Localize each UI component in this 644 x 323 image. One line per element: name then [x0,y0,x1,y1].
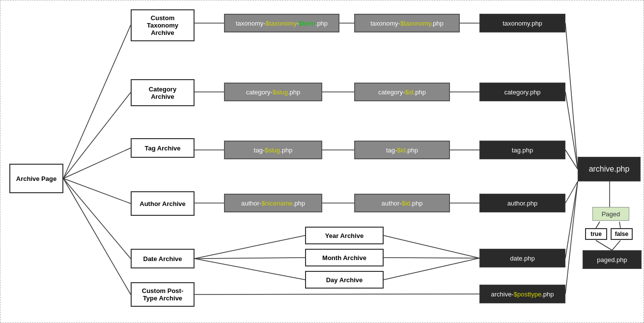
tax-slug-node: taxonomy-$taxonomy.php [354,14,460,32]
day-archive-label: Day Archive [326,276,363,284]
custom-taxonomy-label: CustomTaxonomyArchive [147,14,178,36]
svg-line-23 [195,258,305,259]
custom-taxonomy-node: CustomTaxonomyArchive [131,9,195,41]
paged-false-label: false [615,231,628,237]
tag-id-label: tag-$id.php [386,147,418,154]
paged-php-node: paged.php [583,250,642,269]
author-nicename-node: author-$nicename.php [224,194,322,212]
svg-line-13 [565,92,578,169]
custom-posttype-node: Custom Post-Type Archive [131,282,195,307]
svg-line-27 [384,258,479,280]
taxonomy-php-node: taxonomy.php [479,14,565,32]
svg-line-24 [195,259,305,280]
author-nicename-label: author-$nicename.php [241,200,305,207]
archive-page-node: Archive Page [9,164,63,193]
archive-php-label: archive.php [589,165,630,174]
tax-slug-term-node: taxonomy-$taxonomy-$term.php [224,14,339,32]
svg-line-17 [565,150,578,169]
svg-line-2 [63,148,131,178]
tag-archive-label: Tag Archive [145,145,181,152]
svg-line-32 [596,222,600,228]
year-archive-label: Year Archive [325,232,364,239]
cat-id-node: category-$id.php [354,83,450,101]
paged-label: Paged [602,210,620,218]
svg-line-3 [63,178,131,204]
svg-line-1 [63,92,131,178]
tag-id-node: tag-$id.php [354,141,450,159]
svg-line-0 [63,25,131,178]
paged-true-label: true [590,231,602,237]
tag-archive-node: Tag Archive [131,138,195,158]
tag-php-label: tag.php [512,147,533,154]
author-id-node: author-$id.php [354,194,450,212]
svg-line-21 [565,181,578,203]
svg-line-22 [195,235,305,259]
svg-line-25 [384,235,479,258]
archive-php-node: archive.php [578,157,641,181]
category-php-node: category.php [479,83,565,101]
author-php-node: author.php [479,194,565,212]
month-archive-node: Month Archive [305,249,384,266]
archive-posttype-label: archive-$posttype.php [491,291,554,298]
year-archive-node: Year Archive [305,227,384,244]
date-archive-node: Date Archive [131,249,195,268]
date-php-node: date.php [479,249,565,267]
svg-line-9 [565,23,578,169]
svg-line-35 [612,240,620,250]
date-php-label: date.php [510,255,535,262]
tag-slug-node: tag-$slug.php [224,141,322,159]
svg-line-30 [565,181,578,294]
tax-slug-label: taxonomy-$taxonomy.php [370,20,444,27]
svg-line-4 [63,178,131,259]
svg-line-26 [384,258,479,258]
tax-slug-term-label: taxonomy-$taxonomy-$term.php [236,20,328,27]
tag-slug-label: tag-$slug.php [254,147,293,154]
author-archive-node: Author Archive [131,191,195,216]
svg-line-28 [565,181,578,258]
svg-line-5 [63,178,131,294]
month-archive-label: Month Archive [322,254,366,262]
paged-true-node: true [585,228,607,240]
paged-node: Paged [592,207,629,221]
category-archive-node: CategoryArchive [131,79,195,106]
category-php-label: category.php [504,88,540,96]
paged-false-node: false [611,228,633,240]
author-archive-label: Author Archive [140,200,185,207]
category-archive-label: CategoryArchive [149,86,176,100]
day-archive-node: Day Archive [305,271,384,289]
taxonomy-php-label: taxonomy.php [503,20,542,27]
archive-posttype-node: archive-$posttype.php [479,285,565,303]
cat-id-label: category-$id.php [378,88,426,96]
svg-line-33 [619,222,620,228]
cat-slug-label: category-$slug.php [246,88,301,96]
tag-php-node: tag.php [479,141,565,159]
author-id-label: author-$id.php [382,200,423,207]
svg-line-29 [195,294,479,294]
diagram: Archive Page CustomTaxonomyArchive Categ… [0,0,644,323]
archive-page-label: Archive Page [16,175,56,182]
paged-php-label: paged.php [597,256,627,264]
date-archive-label: Date Archive [143,255,182,263]
svg-line-34 [596,240,612,250]
author-php-label: author.php [507,200,537,207]
cat-slug-node: category-$slug.php [224,83,322,101]
custom-posttype-label: Custom Post-Type Archive [142,287,184,302]
